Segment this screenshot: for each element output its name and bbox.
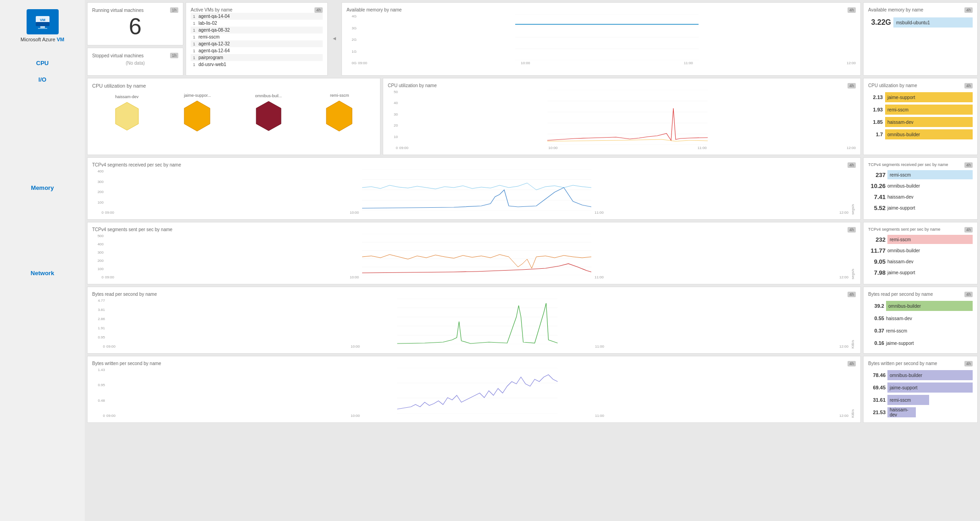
bar-fill: remi-sscm: [886, 326, 907, 336]
tcpv4-recv-badge: 4h: [848, 162, 856, 168]
network-row: TCPv4 segments received per sec by name …: [87, 157, 978, 284]
bytes-written-bar-card: Bytes written per second by name 4h 78.4…: [863, 356, 978, 423]
bar-label: jaime-support: [887, 385, 918, 390]
bytes-read-badge: 4h: [848, 292, 856, 297]
bar-fill: omnibus-builder: [886, 301, 973, 311]
bar-label: omnibus-builder: [887, 248, 920, 253]
bar-fill: jaime-support: [887, 382, 973, 393]
hex-svg-4: [325, 100, 354, 132]
io-row: Bytes read per second by name 4h 4.773.8…: [87, 287, 978, 354]
svg-marker-10: [116, 102, 138, 130]
azure-label-text: Microsoft Azure: [21, 37, 55, 42]
active-vms-badge: 4h: [314, 7, 323, 13]
cpu-hex-row: haissam-dev jaime-suppor...: [92, 93, 375, 132]
bar-row: 0.55 haissam-dev: [868, 313, 973, 323]
list-item: 1remi-sscm: [191, 33, 323, 40]
memory-section-header: ▶: [330, 2, 339, 76]
stopped-vms-nodata: (No data): [92, 61, 178, 66]
bar-row: 0.16 jaime-support: [868, 338, 973, 348]
bar-label: remi-sscm: [887, 172, 911, 177]
azure-icon: VM: [27, 9, 59, 34]
bar-label: omnibus-builder: [886, 304, 921, 309]
azure-logo: VM Microsoft Azure VM: [21, 9, 64, 42]
tcpv4-recv-svg: [105, 169, 848, 211]
bar-label: haissam-dev: [887, 259, 914, 264]
bar-row: 78.46 omnibus-builder: [868, 370, 973, 380]
tcpv4-recv-unit: segs/s: [850, 169, 856, 215]
bar-row: 1.7 omnibus-builder: [868, 129, 973, 139]
bar-value: 1.93: [868, 107, 883, 112]
bar-fill: haissam-dev: [885, 117, 973, 127]
bar-fill: haissam-dev: [887, 192, 914, 201]
bytes-written-bar-title: Bytes written per second by name: [868, 361, 937, 366]
cpu-bar-list: 2.13 jaime-support 1.93 remi-sscm 1.85: [868, 92, 973, 139]
bar-row: 69.45 jaime-support: [868, 382, 973, 393]
bar-value: 7.41: [868, 194, 886, 200]
bar-label: jaime-support: [887, 270, 915, 275]
hex-item-1: haissam-dev: [113, 94, 141, 131]
bar-fill: omnibus-builder: [887, 246, 920, 255]
bytes-read-y-axis: 4.773.812.861.910.950: [92, 299, 105, 349]
bar-value: 78.46: [868, 372, 886, 378]
cpu-bar-chart-card: CPU utilization by name 4h 2.13 jaime-su…: [863, 78, 978, 155]
active-vms-list: 1agent-qa-14-04 1lab-lis-02 1agent-qa-08…: [191, 13, 323, 68]
bar-value: 0.55: [868, 316, 884, 321]
bar-value: 9.05: [868, 258, 886, 265]
nav-network[interactable]: Network: [26, 266, 59, 280]
svg-marker-11: [184, 101, 210, 131]
bar-label: remi-sscm: [887, 398, 911, 403]
cpu-line-svg: [399, 90, 856, 145]
bar-value: 69.45: [868, 385, 886, 390]
hex-svg-1: [113, 101, 141, 131]
tcpv4-sent-legend-card: TCPv4 segments sent per sec by name 4h 2…: [863, 222, 978, 284]
bytes-read-chart-card: Bytes read per second by name 4h 4.773.8…: [87, 287, 861, 354]
list-item: 1pairprogram: [191, 54, 323, 61]
bar-label: haissam-dev: [887, 407, 916, 417]
bar-row: 7.98 jaime-support: [868, 268, 973, 277]
memory-chart-svg: [358, 14, 856, 60]
list-item: 1lab-lis-02: [191, 20, 323, 27]
bytes-read-bar-title: Bytes read per second by name: [868, 292, 933, 297]
bytes-written-bar-list: 78.46 omnibus-builder 69.45 jaime-suppor…: [868, 370, 973, 417]
list-item: 1dd-usrv-web1: [191, 61, 323, 68]
bar-value: 7.98: [868, 269, 886, 276]
bar-label: remi-sscm: [885, 107, 908, 112]
memory-legend-badge: 4h: [964, 7, 973, 13]
cpu-line-badge: 4h: [848, 83, 856, 89]
nav-memory[interactable]: Memory: [26, 181, 59, 195]
bar-label: haissam-dev: [886, 316, 912, 321]
bytes-read-unit: KiB/s: [850, 299, 856, 349]
bar-row: 2.13 jaime-support: [868, 92, 973, 102]
tcpv4-recv-title: TCPv4 segments received per sec by name: [92, 162, 181, 168]
bar-value: 232: [868, 236, 886, 243]
nav-io[interactable]: I/O: [26, 72, 59, 87]
list-item: 1agent-qa-08-32: [191, 27, 323, 33]
svg-rect-1: [36, 22, 50, 26]
tcpv4-sent-svg: [105, 234, 848, 275]
memory-legend-title: Available memory by name: [868, 7, 923, 13]
stopped-vms-card: Stopped virtual machines 1h (No data): [87, 48, 183, 76]
bar-value: 0.16: [868, 340, 884, 346]
tcpv4-recv-legend-card: TCPv4 segments received per sec by name …: [863, 157, 978, 220]
list-item: 1agent-qa-12-32: [191, 40, 323, 47]
memory-chart-title: Available memory by name: [347, 7, 402, 13]
main-content: Running virtual machines 1h 6 Stopped vi…: [85, 0, 980, 521]
running-vms-card: Running virtual machines 1h 6: [87, 2, 183, 45]
memory-legend-bar: msbuild-ubuntu1: [893, 17, 973, 28]
bar-fill: omnibus-builder: [885, 129, 973, 139]
bar-value: 21.53: [868, 410, 886, 415]
memory-legend-row: 3.22G msbuild-ubuntu1: [868, 17, 973, 28]
bar-fill: omnibus-builder: [887, 181, 920, 190]
bytes-written-title: Bytes written per second by name: [92, 361, 161, 366]
bar-row: 31.61 remi-sscm: [868, 395, 973, 405]
bar-row: 237 remi-sscm: [868, 170, 973, 179]
azure-type: VM: [57, 37, 65, 42]
bar-value: 1.7: [868, 132, 883, 137]
bar-fill: omnibus-builder: [887, 370, 973, 380]
bar-row: 39.2 omnibus-builder: [868, 301, 973, 311]
nav-cpu[interactable]: CPU: [26, 56, 59, 70]
bar-row: 5.52 jaime-support: [868, 203, 973, 212]
cpu-row: CPU utilization by name haissam-dev jaim…: [87, 78, 978, 155]
bar-row: 9.05 haissam-dev: [868, 257, 973, 266]
hex-svg-3: [254, 100, 283, 132]
